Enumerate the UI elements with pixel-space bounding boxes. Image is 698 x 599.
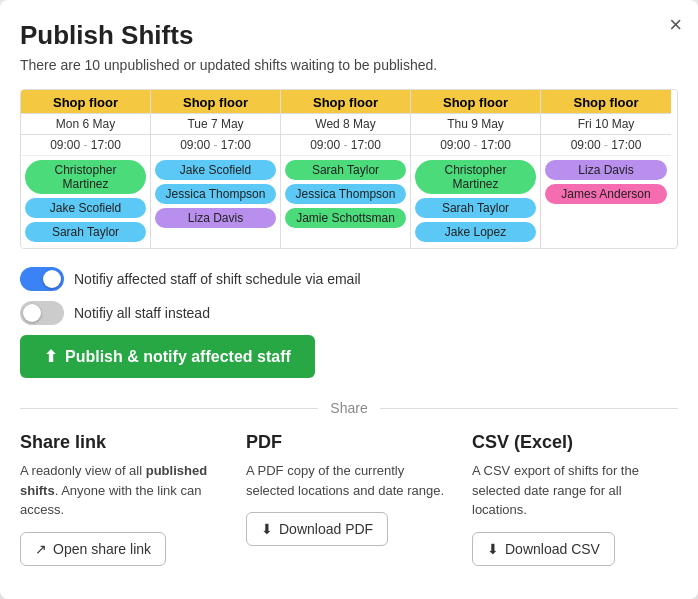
schedule-wrapper: Shop floorMon 6 May09:00 - 17:00Christop…	[20, 89, 678, 249]
publish-icon: ⬆	[44, 347, 57, 366]
day-column: Shop floorWed 8 May09:00 - 17:00Sarah Ta…	[281, 90, 411, 248]
publish-shifts-modal: × Publish Shifts There are 10 unpublishe…	[0, 0, 698, 599]
day-column: Shop floorTue 7 May09:00 - 17:00Jake Sco…	[151, 90, 281, 248]
day-time: 09:00 - 17:00	[541, 135, 671, 156]
share-btn-label: Open share link	[53, 541, 151, 557]
day-date: Mon 6 May	[21, 114, 150, 135]
share-item-title: PDF	[246, 432, 452, 453]
day-staff-list: Liza DavisJames Anderson	[541, 156, 671, 210]
share-btn-label: Download CSV	[505, 541, 600, 557]
modal-subtitle: There are 10 unpublished or updated shif…	[20, 57, 678, 73]
day-time: 09:00 - 17:00	[281, 135, 410, 156]
day-time: 09:00 - 17:00	[21, 135, 150, 156]
share-divider: Share	[20, 400, 678, 416]
day-date: Thu 9 May	[411, 114, 540, 135]
share-item-title: Share link	[20, 432, 226, 453]
share-item: PDFA PDF copy of the currently selected …	[246, 432, 452, 566]
day-column: Shop floorMon 6 May09:00 - 17:00Christop…	[21, 90, 151, 248]
day-staff-list: Sarah TaylorJessica ThompsonJamie Schott…	[281, 156, 410, 234]
share-item-title: CSV (Excel)	[472, 432, 678, 453]
day-header: Shop floor	[541, 90, 671, 114]
staff-badge: Jake Scofield	[25, 198, 146, 218]
staff-badge: James Anderson	[545, 184, 667, 204]
day-staff-list: Jake ScofieldJessica ThompsonLiza Davis	[151, 156, 280, 234]
day-time: 09:00 - 17:00	[151, 135, 280, 156]
day-time: 09:00 - 17:00	[411, 135, 540, 156]
staff-badge: Sarah Taylor	[415, 198, 536, 218]
share-btn-icon: ⬇	[261, 521, 273, 537]
modal-title: Publish Shifts	[20, 20, 678, 51]
schedule-grid: Shop floorMon 6 May09:00 - 17:00Christop…	[21, 90, 678, 248]
notify-all-toggle[interactable]	[20, 301, 64, 325]
close-button[interactable]: ×	[669, 14, 682, 36]
day-header: Shop floor	[21, 90, 150, 114]
day-column: Shop floorFri 10 May09:00 - 17:00Liza Da…	[541, 90, 671, 248]
day-date: Fri 10 May	[541, 114, 671, 135]
share-item-button[interactable]: ⬇Download CSV	[472, 532, 615, 566]
share-item-desc: A readonly view of all published shifts.…	[20, 461, 226, 520]
day-staff-list: Christopher MartinezJake ScofieldSarah T…	[21, 156, 150, 248]
day-header: Shop floor	[281, 90, 410, 114]
notify-affected-toggle[interactable]	[20, 267, 64, 291]
share-item: Share linkA readonly view of all publish…	[20, 432, 226, 566]
notify-all-row: Notifiy all staff instead	[20, 301, 678, 325]
staff-badge: Christopher Martinez	[25, 160, 146, 194]
notify-affected-label: Notifiy affected staff of shift schedule…	[74, 271, 361, 287]
publish-button-label: Publish & notify affected staff	[65, 348, 291, 366]
share-btn-icon: ↗	[35, 541, 47, 557]
staff-badge: Jamie Schottsman	[285, 208, 406, 228]
divider-left	[20, 408, 318, 409]
share-item-desc: A CSV export of shifts for the selected …	[472, 461, 678, 520]
day-header: Shop floor	[411, 90, 540, 114]
notify-affected-row: Notifiy affected staff of shift schedule…	[20, 267, 678, 291]
staff-badge: Jake Lopez	[415, 222, 536, 242]
day-header: Shop floor	[151, 90, 280, 114]
staff-badge: Sarah Taylor	[25, 222, 146, 242]
publish-button[interactable]: ⬆ Publish & notify affected staff	[20, 335, 315, 378]
staff-badge: Jessica Thompson	[155, 184, 276, 204]
share-btn-label: Download PDF	[279, 521, 373, 537]
notify-all-label: Notifiy all staff instead	[74, 305, 210, 321]
share-btn-icon: ⬇	[487, 541, 499, 557]
divider-right	[380, 408, 678, 409]
day-staff-list: Christopher MartinezSarah TaylorJake Lop…	[411, 156, 540, 248]
share-item-desc: A PDF copy of the currently selected loc…	[246, 461, 452, 500]
staff-badge: Liza Davis	[155, 208, 276, 228]
staff-badge: Jake Scofield	[155, 160, 276, 180]
day-date: Wed 8 May	[281, 114, 410, 135]
staff-badge: Christopher Martinez	[415, 160, 536, 194]
day-date: Tue 7 May	[151, 114, 280, 135]
staff-badge: Liza Davis	[545, 160, 667, 180]
share-item: CSV (Excel)A CSV export of shifts for th…	[472, 432, 678, 566]
day-column: Shop floorThu 9 May09:00 - 17:00Christop…	[411, 90, 541, 248]
share-item-button[interactable]: ⬇Download PDF	[246, 512, 388, 546]
share-label: Share	[330, 400, 367, 416]
share-item-button[interactable]: ↗Open share link	[20, 532, 166, 566]
staff-badge: Jessica Thompson	[285, 184, 406, 204]
share-grid: Share linkA readonly view of all publish…	[20, 432, 678, 566]
staff-badge: Sarah Taylor	[285, 160, 406, 180]
